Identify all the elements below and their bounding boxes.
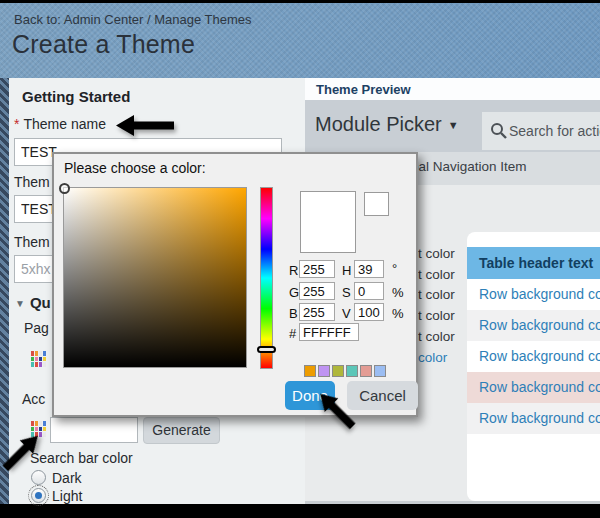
s-input[interactable]: [354, 282, 384, 300]
generate-button[interactable]: Generate: [143, 417, 220, 444]
v-label: V: [342, 306, 351, 321]
theme-name-label: *Theme name: [14, 116, 106, 132]
breadcrumb-back-link[interactable]: Back to: Admin Center / Manage Themes: [14, 12, 252, 27]
cancel-button[interactable]: Cancel: [347, 381, 418, 410]
accent-color-label: Acc: [22, 391, 45, 407]
hex-input[interactable]: [299, 323, 359, 341]
palette-swatch[interactable]: [360, 365, 372, 377]
previous-color-swatch: [364, 192, 389, 216]
dialog-title: Please choose a color:: [64, 160, 206, 176]
b-label: B: [289, 306, 298, 321]
table-row[interactable]: Row background colo: [467, 372, 600, 403]
gradient-marker[interactable]: [59, 183, 70, 194]
preview-color-item[interactable]: t color: [418, 267, 455, 282]
palette-swatch[interactable]: [332, 365, 344, 377]
saturation-value-gradient[interactable]: [63, 187, 247, 368]
h-label: H: [342, 263, 351, 278]
search-box[interactable]: Search for action: [482, 112, 600, 150]
selected-color-preview: [300, 191, 356, 253]
preview-color-item[interactable]: t color: [418, 246, 455, 261]
hue-slider[interactable]: [260, 187, 273, 369]
chevron-down-icon: ▼: [448, 119, 459, 131]
annotation-arrow-theme-name: [116, 114, 174, 141]
degrees-unit: °: [392, 261, 397, 276]
theme-field3-label: Them: [14, 234, 50, 250]
theme-field2-label: Them: [14, 174, 50, 190]
search-placeholder-text: Search for action: [509, 123, 600, 139]
r-label: R: [289, 263, 298, 278]
g-input[interactable]: [299, 282, 335, 300]
page-color-label: Pag: [24, 320, 49, 336]
theme-preview-title: Theme Preview: [316, 82, 411, 97]
quick-section-toggle[interactable]: ▼Qu: [15, 294, 51, 311]
radio-dark[interactable]: [31, 470, 46, 485]
percent-unit: %: [392, 285, 404, 300]
radio-light[interactable]: [31, 488, 46, 503]
page-title: Create a Theme: [12, 30, 195, 59]
palette-swatch[interactable]: [304, 365, 316, 377]
search-icon: [490, 122, 507, 139]
r-input[interactable]: [299, 260, 335, 278]
h-input[interactable]: [354, 260, 384, 278]
b-input[interactable]: [299, 303, 335, 321]
preview-color-item[interactable]: t color: [418, 287, 455, 302]
preview-color-item[interactable]: t color: [418, 308, 455, 323]
hex-hash-label: #: [289, 326, 296, 341]
left-edge-decoration: [0, 78, 9, 504]
page-header: Back to: Admin Center / Manage Themes Cr…: [0, 3, 600, 78]
accent-color-input[interactable]: [50, 417, 138, 443]
table-row[interactable]: Row background colo: [467, 310, 600, 341]
palette-swatch[interactable]: [346, 365, 358, 377]
table-header-row[interactable]: Table header text: [467, 247, 600, 279]
getting-started-heading: Getting Started: [22, 88, 130, 105]
search-bar-color-label: Search bar color: [30, 450, 133, 466]
percent-unit: %: [392, 306, 404, 321]
app-window: Back to: Admin Center / Manage Themes Cr…: [0, 0, 600, 518]
radio-light-label[interactable]: Light: [52, 488, 82, 504]
preview-color-item[interactable]: t color: [418, 329, 455, 344]
radio-dark-label[interactable]: Dark: [52, 470, 82, 486]
preset-palette: [304, 365, 386, 377]
page-color-picker-grid-icon[interactable]: [31, 351, 46, 367]
table-row[interactable]: Row background colo: [467, 341, 600, 372]
g-label: G: [289, 285, 299, 300]
preview-bottom-strip: [305, 501, 600, 504]
preview-table-card: Table header text Row background colo Ro…: [467, 232, 600, 501]
preview-color-item-link[interactable]: color: [418, 350, 447, 365]
s-label: S: [342, 285, 351, 300]
palette-swatch[interactable]: [374, 365, 386, 377]
table-row[interactable]: Row background colo: [467, 403, 600, 434]
module-picker-dropdown[interactable]: Module Picker▼: [315, 113, 459, 136]
section-caret-icon: ▼: [15, 298, 25, 309]
required-asterisk: *: [14, 116, 19, 132]
palette-swatch[interactable]: [318, 365, 330, 377]
table-row[interactable]: Row background colo: [467, 279, 600, 310]
color-picker-dialog: Please choose a color: R H ° G S % B V %…: [52, 152, 418, 417]
hue-slider-handle[interactable]: [257, 346, 276, 353]
v-input[interactable]: [354, 303, 384, 321]
